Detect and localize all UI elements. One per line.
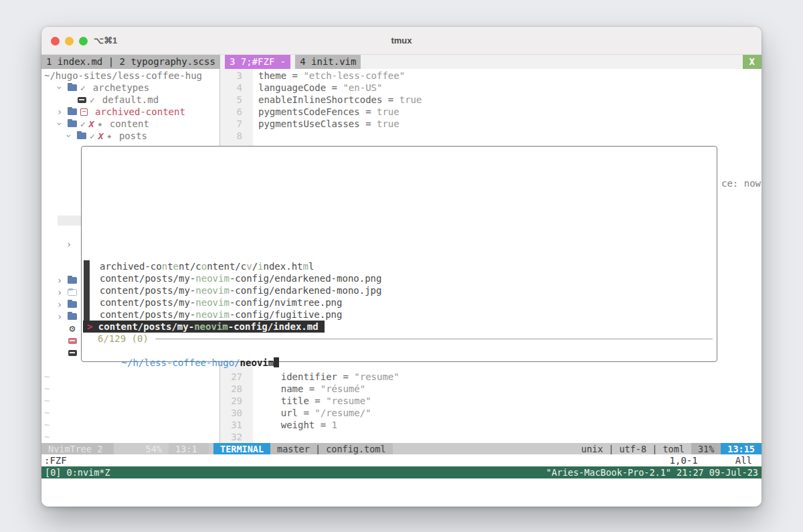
- fzf-prompt[interactable]: ~/h/less-coffee-hugo/neovim: [82, 345, 717, 357]
- statusline-segment: NvimTree_2: [41, 443, 114, 454]
- fzf-pointer-icon: >: [87, 321, 98, 332]
- file-icon: [78, 97, 86, 103]
- fzf-query-text: neovim: [240, 357, 274, 368]
- editor-code: title = "resume": [258, 395, 371, 407]
- editor-lines-bottom: 27 identifier = "resume"28 name = "résum…: [220, 371, 762, 443]
- tree-row[interactable]: ›✓archetypes: [41, 82, 219, 94]
- chevron-right-icon: ›: [64, 239, 74, 250]
- statusline-segment: 13:1: [169, 443, 209, 454]
- titlebar[interactable]: ⌥⌘1 tmux: [41, 27, 762, 55]
- fzf-result-list: archived-content/content/cv/index.htmlco…: [82, 260, 717, 333]
- statusline-segment: 54%: [114, 443, 169, 454]
- editor-line: 29 title = "resume": [220, 395, 762, 407]
- tmux-session-window-entry[interactable]: [0] 0:nvim*Z: [45, 467, 110, 478]
- editor-line: 6pygmentsCodeFences = true: [220, 106, 762, 118]
- fzf-result-item[interactable]: content/posts/my-neovim-config/endarkene…: [82, 284, 717, 296]
- tree-row[interactable]: ›−archived-content: [41, 106, 219, 118]
- tree-item-label: archetypes: [93, 82, 149, 93]
- editor-line: 3theme = "etch-less-coffee": [220, 70, 762, 82]
- line-number: 32: [220, 431, 253, 443]
- tree-row[interactable]: ✓default.md: [41, 94, 219, 106]
- tree-item-label: archived-content: [95, 106, 185, 117]
- editor-line: 4languageCode = "en-US": [220, 82, 762, 94]
- fzf-separator-line: [155, 339, 713, 339]
- editor-lines-top: 3theme = "etch-less-coffee"4languageCode…: [220, 70, 762, 142]
- fzf-prompt-path: ~/h/less-coffee-hugo/: [122, 357, 240, 368]
- cursor-position-ruler: 1,0-1: [670, 455, 698, 466]
- fzf-result-item[interactable]: content/posts/my-neovim-config/nvimtree.…: [82, 296, 717, 308]
- editor-code: pygmentsUseClasses = true: [258, 118, 399, 130]
- tree-filler-row: ~: [41, 407, 219, 419]
- line-number: 31: [220, 419, 253, 431]
- line-number: 30: [220, 407, 253, 419]
- editor-line: 30 url = "/resume/": [220, 407, 762, 419]
- tmux-window-tab[interactable]: 3 7;#FZF -: [225, 55, 290, 69]
- editor-code: enableInlineShortcodes = true: [258, 94, 422, 106]
- folder-icon: [68, 84, 77, 91]
- fzf-result-item[interactable]: > content/posts/my-neovim-config/index.m…: [82, 321, 717, 333]
- window-footer: [41, 478, 762, 507]
- tmux-status-bar: [0] 0:nvim*Z "Aries-MacBook-Pro-2.1" 21:…: [41, 466, 762, 478]
- text-cursor: [274, 357, 279, 367]
- file-icon: [68, 350, 77, 356]
- tmux-window-tab[interactable]: 1 index.md | 2 typography.scss: [41, 55, 220, 69]
- tmux-host-datetime: "Aries-MacBook-Pro-2.1" 21:27 09-Jul-23: [546, 467, 758, 478]
- window-title: tmux: [41, 35, 762, 46]
- editor-line: 5enableInlineShortcodes = true: [220, 94, 762, 106]
- chevron-right-icon: ›: [55, 287, 64, 298]
- chevron-right-icon: ›: [55, 299, 64, 310]
- tree-filler-row: ~: [41, 431, 219, 443]
- editor-code: theme = "etch-less-coffee": [258, 70, 405, 82]
- chevron-right-icon: ›: [55, 275, 64, 286]
- tree-root-path[interactable]: ~/hugo-sites/less-coffee-hug: [41, 70, 219, 82]
- tmux-window-tab[interactable]: 4 init.vim: [295, 55, 361, 69]
- check-icon: ✓: [90, 95, 95, 105]
- line-number: 8: [220, 130, 253, 142]
- tree-item-label: default.md: [102, 94, 159, 105]
- check-icon: ✓: [80, 83, 86, 93]
- tree-filler-row: ~: [41, 371, 219, 383]
- folder-icon: [68, 108, 77, 115]
- line-number: 29: [220, 395, 253, 407]
- x-mark-icon: X: [98, 131, 104, 141]
- vim-statusline: NvimTree_254%13:1TERMINALmaster | config…: [41, 443, 762, 454]
- editor-line: 8: [220, 130, 762, 142]
- file-icon: [68, 338, 77, 344]
- fzf-result-item[interactable]: content/posts/my-neovim-config/fugitive.…: [82, 308, 717, 321]
- gear-icon: ⚙: [69, 324, 75, 334]
- editor-line: 7pygmentsUseClasses = true: [220, 118, 762, 130]
- fzf-counter-text: 6/129 (0): [98, 333, 149, 344]
- statusline-segment: TERMINAL: [213, 443, 270, 454]
- tree-filler-row: ~: [41, 395, 219, 407]
- line-number: 5: [220, 94, 253, 106]
- star-icon: ★: [98, 119, 102, 128]
- close-pane-badge[interactable]: X: [743, 55, 762, 69]
- tree-row[interactable]: ›✓X★content: [41, 118, 219, 130]
- line-number: 28: [220, 383, 253, 395]
- tree-filler-row: ~: [41, 383, 219, 395]
- editor-code: identifier = "resume": [258, 371, 399, 383]
- editor-code: url = "/resume/": [258, 407, 371, 419]
- statusline-segment: 31%: [691, 443, 721, 454]
- check-icon: ✓: [80, 119, 86, 129]
- command-text: :FZF: [44, 455, 67, 466]
- folder-icon: [68, 301, 77, 308]
- tree-row[interactable]: ›✓X★posts: [41, 130, 219, 142]
- editor-code: pygmentsCodeFences = true: [258, 106, 399, 118]
- line-number: 4: [220, 82, 253, 94]
- x-mark-icon: X: [89, 119, 94, 129]
- fzf-result-item[interactable]: archived-content/content/cv/index.html: [82, 260, 717, 272]
- fzf-selected-item: > content/posts/my-neovim-config/index.m…: [83, 321, 325, 333]
- folder-icon: [77, 132, 86, 139]
- editor-line: 32: [220, 431, 762, 443]
- folder-icon: [68, 277, 77, 284]
- clipped-editor-text: ce: now: [721, 178, 761, 189]
- fzf-match-counter: 6/129 (0): [82, 333, 717, 345]
- star-icon: ★: [107, 131, 112, 141]
- line-number: 6: [220, 106, 253, 118]
- folder-icon: [68, 120, 77, 127]
- folder-icon: [68, 313, 77, 320]
- tree-filler-row: ~: [41, 419, 219, 431]
- fzf-popup: archived-content/content/cv/index.htmlco…: [81, 146, 717, 362]
- fzf-result-item[interactable]: content/posts/my-neovim-config/endarkene…: [82, 272, 717, 284]
